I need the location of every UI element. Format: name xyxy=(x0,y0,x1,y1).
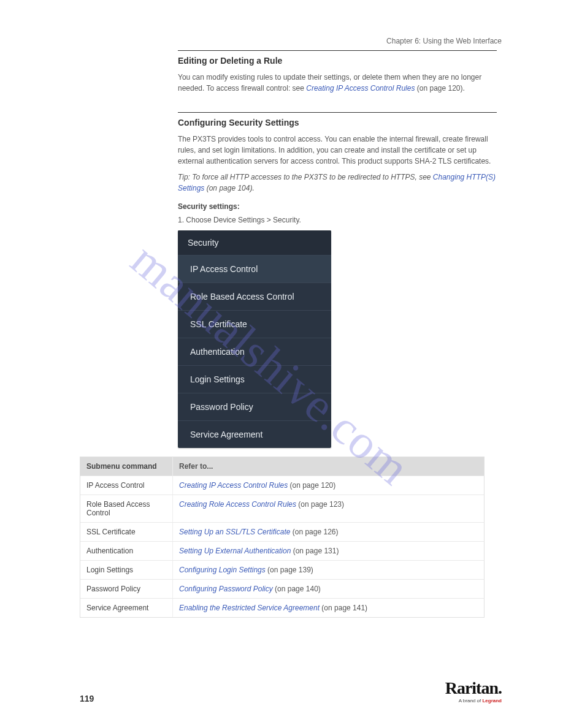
security-subhead: Security settings: xyxy=(178,202,497,211)
table-row: IP Access Control Creating IP Access Con… xyxy=(80,476,484,495)
table-cell-submenu: SSL Certificate xyxy=(80,523,172,541)
table-page: (on page 131) xyxy=(291,547,339,555)
footer-page-number: 119 xyxy=(80,694,94,703)
menu-item-login-settings[interactable]: Login Settings xyxy=(178,366,331,393)
table-link[interactable]: Setting Up External Authentication xyxy=(179,547,291,555)
editing-body-see: To access firewall control: see xyxy=(207,84,307,93)
table-link[interactable]: Enabling the Restricted Service Agreemen… xyxy=(179,604,320,612)
table-page: (on page 139) xyxy=(266,566,313,574)
table-cell-submenu: Login Settings xyxy=(80,561,172,579)
table-link[interactable]: Configuring Password Policy xyxy=(179,585,273,593)
security-tip-page: (on page 104). xyxy=(207,184,255,192)
table-cell-refer: Configuring Password Policy (on page 140… xyxy=(172,580,484,598)
table-page: (on page 120) xyxy=(288,481,335,490)
security-menu: Security IP Access Control Role Based Ac… xyxy=(178,230,331,448)
table-page: (on page 140) xyxy=(273,585,321,593)
table-cell-refer: Configuring Login Settings (on page 139) xyxy=(172,561,484,579)
menu-item-service-agreement[interactable]: Service Agreement xyxy=(178,421,331,448)
table-row: Authentication Setting Up External Authe… xyxy=(80,541,484,560)
table-page: (on page 126) xyxy=(290,528,338,536)
table-cell-submenu: Authentication xyxy=(80,542,172,560)
table-cell-refer: Creating Role Access Control Rules (on p… xyxy=(172,495,484,522)
security-body: The PX3TS provides tools to control acce… xyxy=(178,134,497,167)
menu-item-role-based-access-control[interactable]: Role Based Access Control xyxy=(178,283,331,311)
menu-item-password-policy[interactable]: Password Policy xyxy=(178,393,331,421)
logo-sub-text: A brand of Legrand xyxy=(445,698,502,703)
logo-sub-prefix: A brand of xyxy=(459,698,483,703)
table-cell-submenu: Service Agreement xyxy=(80,599,172,617)
section-title-security: Configuring Security Settings xyxy=(178,118,497,127)
logo-main-text: Raritan. xyxy=(445,678,502,698)
security-instruction: 1. Choose Device Settings > Security. xyxy=(178,214,497,226)
security-tip: Tip: To force all HTTP accesses to the P… xyxy=(178,172,497,194)
editing-body-page: (on page 120). xyxy=(417,84,465,93)
table-row: SSL Certificate Setting Up an SSL/TLS Ce… xyxy=(80,522,484,541)
table-header-row: Submenu command Refer to... xyxy=(80,457,484,476)
table-cell-refer: Enabling the Restricted Service Agreemen… xyxy=(172,599,484,617)
table-row: Service Agreement Enabling the Restricte… xyxy=(80,598,484,617)
page-footer: 119 Raritan. A brand of Legrand xyxy=(80,678,502,703)
security-tip-text: Tip: To force all HTTP accesses to the P… xyxy=(178,173,433,181)
security-body-text: The PX3TS provides tools to control acce… xyxy=(178,135,491,165)
editing-body-link[interactable]: Creating IP Access Control Rules xyxy=(306,84,415,93)
table-cell-submenu: IP Access Control xyxy=(80,476,172,495)
security-menu-header: Security xyxy=(178,230,331,256)
table-row: Password Policy Configuring Password Pol… xyxy=(80,579,484,598)
table-link[interactable]: Creating IP Access Control Rules xyxy=(179,481,288,490)
section-title-editing: Editing or Deleting a Rule xyxy=(178,56,497,66)
submenu-reference-table: Submenu command Refer to... IP Access Co… xyxy=(80,457,484,618)
table-page: (on page 123) xyxy=(296,500,344,509)
menu-item-ip-access-control[interactable]: IP Access Control xyxy=(178,256,331,283)
table-link[interactable]: Configuring Login Settings xyxy=(179,566,266,574)
logo-sub-brand: Legrand xyxy=(482,698,502,703)
chapter-label: Chapter 6: Using the Web Interface xyxy=(80,37,502,45)
table-cell-submenu: Role Based Access Control xyxy=(80,495,172,522)
table-cell-refer: Creating IP Access Control Rules (on pag… xyxy=(172,476,484,495)
table-link[interactable]: Creating Role Access Control Rules xyxy=(179,500,296,509)
table-header-refer: Refer to... xyxy=(172,457,484,476)
table-page: (on page 141) xyxy=(320,604,367,612)
section-body-editing: You can modify existing rules to update … xyxy=(178,72,497,94)
table-row: Login Settings Configuring Login Setting… xyxy=(80,560,484,579)
table-cell-refer: Setting Up External Authentication (on p… xyxy=(172,542,484,560)
table-link[interactable]: Setting Up an SSL/TLS Certificate xyxy=(179,528,290,536)
table-cell-submenu: Password Policy xyxy=(80,580,172,598)
section-configuring-security: Configuring Security Settings The PX3TS … xyxy=(178,112,497,448)
table-cell-refer: Setting Up an SSL/TLS Certificate (on pa… xyxy=(172,523,484,541)
table-row: Role Based Access Control Creating Role … xyxy=(80,495,484,522)
menu-item-authentication[interactable]: Authentication xyxy=(178,338,331,366)
section-editing-rule: Editing or Deleting a Rule You can modif… xyxy=(178,50,497,94)
table-header-submenu: Submenu command xyxy=(80,457,172,476)
menu-item-ssl-certificate[interactable]: SSL Certificate xyxy=(178,311,331,338)
footer-logo: Raritan. A brand of Legrand xyxy=(445,678,502,703)
